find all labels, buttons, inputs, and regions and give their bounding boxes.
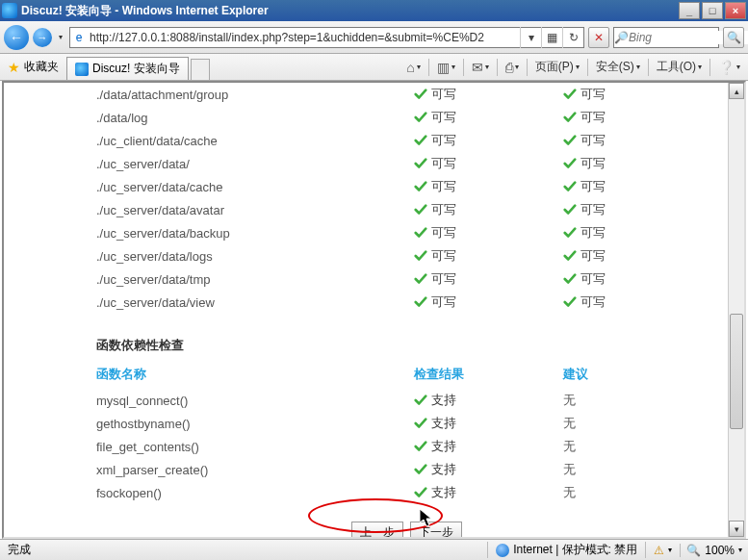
internet-zone-icon — [496, 544, 509, 557]
func-check-list: mysql_connect()支持无gethostbyname()支持无file… — [96, 389, 717, 504]
func-name: xml_parser_create() — [96, 463, 414, 477]
dir-writable: 可写 — [414, 132, 563, 149]
check-icon — [563, 157, 577, 170]
page-menu[interactable]: 页面(P)▾ — [531, 57, 583, 78]
maximize-button[interactable]: □ — [702, 2, 723, 19]
help-button[interactable]: ❔▾ — [714, 57, 744, 78]
func-suggest: 无 — [563, 484, 712, 501]
check-icon — [563, 272, 577, 286]
zoom-value: 100% — [705, 544, 735, 557]
tab-favicon — [75, 63, 89, 76]
check-icon — [563, 134, 577, 147]
scroll-down-button[interactable]: ▾ — [729, 521, 744, 537]
separator — [428, 59, 429, 76]
check-icon — [563, 203, 577, 216]
separator — [587, 59, 588, 76]
check-icon — [414, 440, 427, 453]
dir-writable: 可写 — [414, 201, 563, 218]
separator — [497, 59, 498, 76]
dir-writable: 可写 — [414, 109, 563, 126]
dir-row: ./data/attachment/group可写可写 — [96, 83, 717, 106]
page-content: ./data/attachment/group可写可写./data/log可写可… — [4, 83, 727, 539]
func-row: mysql_connect()支持无 — [96, 389, 717, 412]
func-result: 支持 — [414, 392, 563, 409]
tab-active[interactable]: Discuz! 安装向导 — [66, 57, 189, 80]
favorites-button[interactable]: ★ 收藏夹 — [0, 59, 66, 75]
header-func-suggest: 建议 — [563, 366, 712, 383]
feeds-button[interactable]: ▥▾ — [433, 57, 459, 78]
dir-row: ./uc_server/data/cache可写可写 — [96, 175, 717, 198]
check-icon — [414, 111, 427, 124]
favorites-tabs-row: ★ 收藏夹 Discuz! 安装向导 ⌂▾ ▥▾ ✉▾ ⎙▾ 页面(P)▾ 安全… — [0, 54, 748, 81]
dir-row: ./uc_server/data/avatar可写可写 — [96, 198, 717, 221]
check-icon — [414, 180, 427, 193]
dir-writable: 可写 — [414, 178, 563, 195]
ie-icon — [2, 3, 17, 18]
status-protection-indicator[interactable]: ⚠ ▾ — [646, 544, 681, 557]
url-input[interactable] — [88, 31, 520, 44]
tools-menu[interactable]: 工具(O)▾ — [653, 57, 706, 78]
star-icon: ★ — [8, 60, 20, 75]
favorites-label: 收藏夹 — [24, 59, 59, 75]
compat-view-icon[interactable]: ▦ — [541, 27, 562, 48]
func-name: fsockopen() — [96, 486, 414, 500]
dir-row: ./uc_client/data/cache可写可写 — [96, 129, 717, 152]
mail-button[interactable]: ✉▾ — [468, 57, 493, 78]
func-result: 支持 — [414, 415, 563, 432]
search-go-button[interactable]: 🔍 — [723, 27, 744, 48]
dir-path: ./uc_server/data/logs — [96, 249, 414, 264]
dir-required: 可写 — [563, 109, 712, 126]
scroll-thumb[interactable] — [730, 314, 743, 429]
search-box[interactable]: 🔎 — [613, 27, 719, 48]
home-icon: ⌂ — [406, 60, 414, 75]
zoom-icon: 🔍 — [686, 544, 701, 557]
check-icon — [563, 111, 577, 124]
dir-row: ./uc_server/data/tmp可写可写 — [96, 267, 717, 291]
func-suggest: 无 — [563, 438, 712, 455]
dir-row: ./uc_server/data/view可写可写 — [96, 291, 717, 314]
check-icon — [414, 134, 427, 147]
check-icon — [414, 463, 427, 476]
content-viewport: ./data/attachment/group可写可写./data/log可写可… — [2, 81, 746, 539]
func-section-title: 函数依赖性检查 — [96, 337, 717, 354]
minimize-button[interactable]: _ — [679, 2, 700, 19]
header-func-name: 函数名称 — [96, 366, 414, 383]
refresh-button[interactable]: ↻ — [562, 27, 583, 48]
header-func-result: 检查结果 — [414, 366, 563, 383]
forward-button[interactable]: → — [33, 28, 52, 47]
next-step-button[interactable]: 下一步 — [410, 522, 462, 539]
dir-required: 可写 — [563, 201, 712, 218]
scroll-up-button[interactable]: ▴ — [729, 83, 744, 99]
zoom-control[interactable]: 🔍 100% ▾ — [681, 544, 748, 557]
func-row: xml_parser_create()支持无 — [96, 458, 717, 481]
check-icon — [414, 417, 427, 430]
help-icon: ❔ — [718, 60, 735, 75]
close-button[interactable]: × — [725, 2, 746, 19]
window-title: Discuz! 安装向导 - Windows Internet Explorer — [21, 3, 269, 19]
status-zone-text: Internet | 保护模式: 禁用 — [513, 542, 637, 558]
func-name: gethostbyname() — [96, 417, 414, 431]
wizard-button-bar: 上一步 下一步 — [96, 522, 717, 539]
func-suggest: 无 — [563, 461, 712, 478]
dir-path: ./uc_server/data/avatar — [96, 203, 414, 217]
new-tab-button[interactable] — [191, 59, 210, 80]
separator — [709, 59, 710, 76]
check-icon — [414, 486, 427, 499]
nav-history-dropdown[interactable]: ▾ — [56, 33, 65, 41]
safety-menu[interactable]: 安全(S)▾ — [592, 57, 644, 78]
prev-step-button[interactable]: 上一步 — [351, 522, 403, 539]
vertical-scrollbar[interactable]: ▴ ▾ — [728, 83, 744, 537]
search-provider-icon: 🔎 — [614, 31, 629, 44]
check-icon — [563, 295, 577, 309]
warning-icon: ⚠ — [654, 544, 664, 557]
address-bar[interactable]: e ▾ ▦ ↻ — [69, 27, 584, 48]
print-button[interactable]: ⎙▾ — [502, 57, 523, 78]
status-zone[interactable]: Internet | 保护模式: 禁用 — [488, 542, 646, 558]
dir-writable: 可写 — [414, 247, 563, 265]
home-button[interactable]: ⌂▾ — [402, 57, 424, 78]
back-button[interactable]: ← — [4, 25, 29, 50]
stop-button[interactable]: ✕ — [588, 27, 609, 48]
func-result: 支持 — [414, 461, 563, 478]
dir-path: ./uc_server/data/cache — [96, 180, 414, 194]
history-dropdown-icon[interactable]: ▾ — [520, 27, 541, 48]
